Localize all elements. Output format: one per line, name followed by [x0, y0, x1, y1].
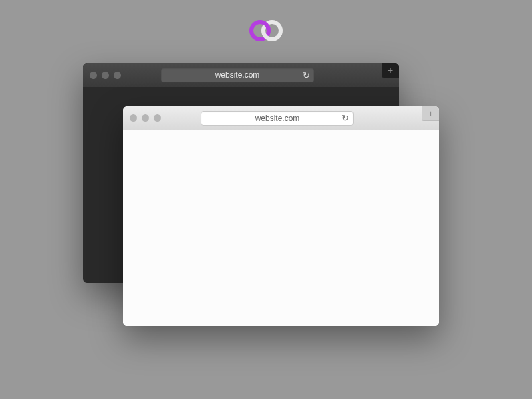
url-bar[interactable]: website.com ↻ — [161, 68, 314, 82]
minimize-button[interactable] — [102, 72, 109, 79]
maximize-button[interactable] — [154, 114, 161, 122]
url-text: website.com — [255, 114, 300, 123]
traffic-lights — [130, 114, 161, 122]
new-tab-button[interactable]: + — [382, 63, 399, 78]
url-text: website.com — [215, 70, 260, 80]
close-button[interactable] — [90, 72, 97, 79]
page-content — [123, 130, 439, 326]
light-browser-window: website.com ↻ + — [123, 106, 439, 326]
plus-icon: + — [428, 108, 433, 119]
maximize-button[interactable] — [114, 72, 121, 79]
interlocking-rings-logo — [246, 19, 286, 45]
reload-icon[interactable]: ↻ — [303, 70, 310, 80]
traffic-lights — [90, 72, 121, 79]
reload-icon[interactable]: ↻ — [342, 113, 349, 123]
url-bar[interactable]: website.com ↻ — [201, 111, 354, 126]
minimize-button[interactable] — [142, 114, 149, 122]
plus-icon: + — [388, 65, 393, 76]
new-tab-button[interactable]: + — [422, 106, 439, 121]
close-button[interactable] — [130, 114, 137, 122]
light-toolbar: website.com ↻ + — [123, 106, 439, 130]
dark-toolbar: website.com ↻ — [83, 63, 399, 87]
